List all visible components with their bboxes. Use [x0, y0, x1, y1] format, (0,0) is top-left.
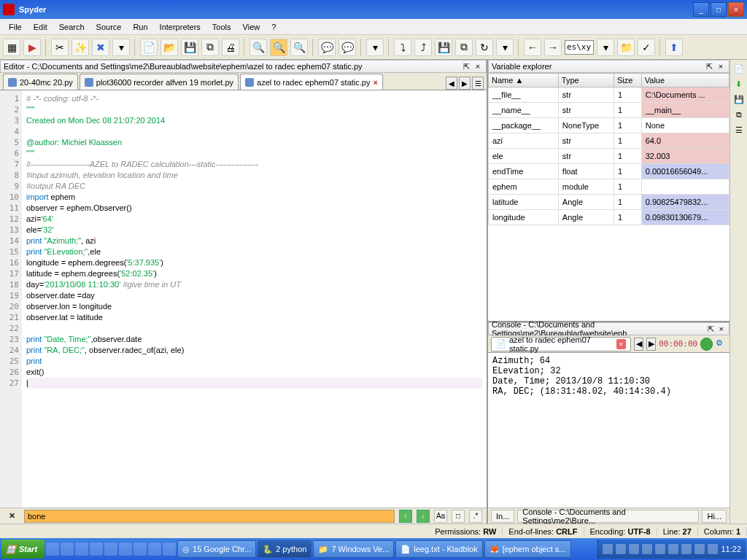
find2-button[interactable]: 🔍 [270, 39, 287, 56]
menu-?[interactable]: ? [266, 21, 282, 33]
menu-edit[interactable]: Edit [28, 21, 53, 33]
search-regex[interactable]: .* [469, 510, 482, 523]
tray-icon[interactable] [694, 544, 705, 554]
menu-interpreters[interactable]: Interpreters [154, 21, 206, 33]
toolbar-dd[interactable]: ▾ [112, 39, 130, 56]
code-editor[interactable]: 1234567891011121314151617181920212223242… [0, 90, 487, 508]
sync-button[interactable]: ✓ [638, 39, 655, 56]
undock-icon[interactable]: ⇱ [461, 61, 471, 71]
ql-9[interactable] [163, 542, 176, 556]
task-item[interactable]: 🦊[ephem object s... [484, 540, 571, 558]
toolbar-btn-1[interactable]: ▦ [3, 39, 20, 56]
search-word[interactable]: □ [452, 510, 465, 523]
new-file-button[interactable]: 📄 [140, 39, 158, 56]
save-ws-button[interactable]: 💾 [435, 39, 452, 56]
toolbar-dd2[interactable]: ▾ [366, 39, 384, 56]
save-ws2-button[interactable]: ⧉ [455, 39, 473, 56]
save-button[interactable]: 💾 [181, 39, 198, 56]
task-item[interactable]: 🐍2 python [258, 540, 311, 558]
wand-button[interactable]: ✨ [71, 39, 89, 56]
tabs-right[interactable]: ▶ [459, 77, 471, 90]
var-row[interactable]: ephemmodule1 [489, 179, 729, 195]
open-file-button[interactable]: 📂 [160, 39, 178, 56]
search-next[interactable]: ↓ [417, 510, 430, 523]
pager-console[interactable]: Console - C:\Documents and Settings\me2\… [517, 510, 699, 523]
sideicon-menu[interactable]: ☰ [735, 125, 743, 135]
tray-icon[interactable] [708, 544, 718, 554]
ql-5[interactable] [104, 542, 117, 556]
col-value[interactable]: Value [641, 74, 729, 88]
menu-file[interactable]: File [3, 21, 28, 33]
col-size[interactable]: Size [614, 74, 641, 88]
path-input[interactable] [565, 40, 594, 55]
editor-tab[interactable]: plot36000 recorder alfven 19 morlet.py [80, 74, 239, 90]
ql-2[interactable] [61, 542, 74, 556]
var-row[interactable]: __file__str1C:\Documents ... [489, 88, 729, 103]
browse-button[interactable]: 📁 [617, 39, 635, 56]
var-row[interactable]: elestr132.003 [489, 149, 729, 164]
search-input[interactable] [24, 510, 395, 523]
ql-7[interactable] [133, 542, 147, 556]
menu-search[interactable]: Search [53, 21, 90, 33]
varex-table[interactable]: Name ▲TypeSizeValue__file__str1C:\Docume… [488, 73, 729, 321]
sideicon-1[interactable]: 📄 [734, 64, 744, 74]
console-output[interactable]: Azimuth; 64 ELevation; 32 Date, Time; 20… [488, 353, 729, 508]
tray-icon[interactable] [681, 544, 692, 554]
varex-undock-icon[interactable]: ⇱ [704, 61, 714, 71]
ql-6[interactable] [119, 542, 132, 556]
pager-in[interactable]: In... [491, 510, 514, 523]
tray-icon[interactable] [668, 544, 678, 554]
console-tabs-left[interactable]: ◀ [634, 338, 643, 351]
sideicon-save2[interactable]: ⧉ [736, 110, 742, 120]
comment-button[interactable]: 💬 [318, 39, 336, 56]
back-button[interactable]: ← [524, 39, 541, 56]
ql-1[interactable] [46, 542, 59, 556]
tabs-left[interactable]: ◀ [446, 77, 457, 90]
menu-run[interactable]: Run [127, 21, 153, 33]
print-button[interactable]: 🖨 [222, 39, 239, 56]
up-button[interactable]: ⬆ [665, 39, 683, 56]
var-row[interactable]: azistr164.0 [489, 133, 729, 149]
comment2-button[interactable]: 💬 [338, 39, 356, 56]
console-tab-close[interactable]: × [616, 339, 626, 349]
refresh-button[interactable]: ↻ [476, 39, 493, 56]
find3-button[interactable]: 🔍 [290, 39, 308, 56]
cut-button[interactable]: ✂ [51, 39, 69, 56]
search-case[interactable]: Aa [434, 510, 447, 523]
code-area[interactable]: # -*- coding: utf-8 -*-"""Created on Mon… [22, 90, 487, 508]
console-tab[interactable]: 📄 azel to radec ephem07 static.py × [491, 337, 631, 351]
menu-source[interactable]: Source [90, 21, 128, 33]
var-row[interactable]: latitudeAngle10.90825479832... [489, 195, 729, 210]
close-pane-icon[interactable]: × [473, 61, 483, 71]
stop-button[interactable]: ✖ [92, 39, 109, 56]
minimize-button[interactable]: _ [693, 2, 709, 17]
editor-tab[interactable]: azel to radec ephem07 static.py× [240, 74, 383, 90]
import-button[interactable]: ⤵ [394, 39, 411, 56]
pager-hi[interactable]: Hi... [702, 510, 727, 523]
console-undock-icon[interactable]: ⇱ [706, 324, 715, 334]
menu-view[interactable]: View [237, 21, 266, 33]
path-dd[interactable]: ▾ [597, 39, 614, 56]
sideicon-save[interactable]: 💾 [734, 95, 744, 104]
tray-icon[interactable] [616, 544, 626, 554]
console-close-icon[interactable]: × [717, 324, 726, 334]
tabs-list[interactable]: ☰ [472, 77, 484, 90]
export-button[interactable]: ⤴ [414, 39, 432, 56]
var-row[interactable]: endTimefloat10.00016656049... [489, 164, 729, 179]
menu-tools[interactable]: Tools [206, 21, 237, 33]
search-prev[interactable]: ↑ [399, 510, 412, 523]
col-name[interactable]: Name ▲ [489, 74, 559, 88]
ql-4[interactable] [90, 542, 103, 556]
maximize-button[interactable]: □ [711, 2, 727, 17]
tray-icon[interactable] [629, 544, 639, 554]
save-all-button[interactable]: ⧉ [201, 39, 219, 56]
start-button[interactable]: 🪟Start [1, 540, 44, 559]
ql-8[interactable] [148, 542, 161, 556]
varex-close-icon[interactable]: × [716, 61, 726, 71]
fwd-button[interactable]: → [544, 39, 562, 56]
console-tabs-right[interactable]: ▶ [646, 338, 656, 351]
task-item[interactable]: 📄leeg.txt - Kladblok [395, 540, 482, 558]
console-opts-icon[interactable]: ⚙ [716, 338, 727, 350]
find-button[interactable]: 🔍 [249, 39, 267, 56]
var-row[interactable]: longitudeAngle10.09830130679... [489, 210, 729, 225]
